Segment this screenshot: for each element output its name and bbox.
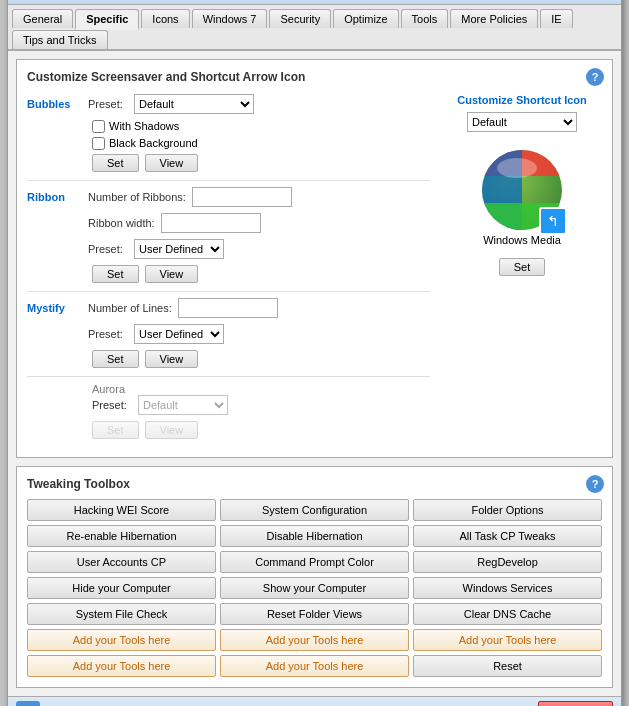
tab-security[interactable]: Security (269, 9, 331, 28)
disable-hibernation-button[interactable]: Disable Hibernation (220, 525, 409, 547)
mystify-label: Mystify (27, 302, 82, 314)
ribbon-width-row: Ribbon width: (27, 213, 430, 233)
bubbles-view-button[interactable]: View (145, 154, 199, 172)
mystify-preset-select[interactable]: User Defined (134, 324, 224, 344)
main-content: Customize Screensaver and Shortcut Arrow… (8, 51, 621, 696)
toolbox-help-icon[interactable]: ? (586, 475, 604, 493)
tab-icons[interactable]: Icons (141, 9, 189, 28)
aurora-preset-label: Preset: (92, 399, 132, 411)
toolbox-panel: Tweaking Toolbox ? Hacking WEI Score Sys… (16, 466, 613, 688)
bubbles-row: Bubbles Preset: Default (27, 94, 430, 114)
with-shadows-checkbox[interactable] (92, 120, 105, 133)
shortcut-default-row: Default (467, 112, 577, 132)
mystify-preset-row: Preset: User Defined (27, 324, 430, 344)
orb-shine (497, 158, 537, 178)
with-shadows-row: With Shadows (92, 120, 430, 133)
add-tools-1-button[interactable]: Add your Tools here (27, 629, 216, 651)
screensaver-help-icon[interactable]: ? (586, 68, 604, 86)
shortcut-preset-select[interactable]: Default (467, 112, 577, 132)
main-window: ● WinBubble ─ □ ✕ General Specific Icons… (7, 0, 622, 706)
preset-label-mystify: Preset: (88, 328, 128, 340)
apply-button[interactable]: Apply (538, 701, 613, 707)
bubbles-preset-select[interactable]: Default (134, 94, 254, 114)
screensaver-title: Customize Screensaver and Shortcut Arrow… (27, 70, 602, 84)
tab-specific[interactable]: Specific (75, 9, 139, 30)
screensaver-content: Bubbles Preset: Default With Shadows Bla… (27, 94, 602, 447)
status-left: 🪟 UnlockForUs.BlogSpot.com (16, 701, 181, 707)
windows-media-label: Windows Media (483, 234, 561, 246)
toolbox-title: Tweaking Toolbox (27, 477, 602, 491)
preset-label-ribbon: Preset: (88, 243, 128, 255)
ribbon-preset-row: Preset: User Defined (27, 239, 430, 259)
tab-windows7[interactable]: Windows 7 (192, 9, 268, 28)
ribbon-preset-select[interactable]: User Defined (134, 239, 224, 259)
tab-strip: General Specific Icons Windows 7 Securit… (8, 5, 621, 51)
black-bg-checkbox[interactable] (92, 137, 105, 150)
add-tools-5-button[interactable]: Add your Tools here (220, 655, 409, 677)
num-ribbons-label: Number of Ribbons: (88, 191, 186, 203)
clear-dns-cache-button[interactable]: Clear DNS Cache (413, 603, 602, 625)
regdevelop-button[interactable]: RegDevelop (413, 551, 602, 573)
add-tools-4-button[interactable]: Add your Tools here (27, 655, 216, 677)
bubbles-label: Bubbles (27, 98, 82, 110)
preset-label-bubbles: Preset: (88, 98, 128, 110)
system-file-check-button[interactable]: System File Check (27, 603, 216, 625)
aurora-section: Aurora (92, 383, 430, 395)
ribbon-width-label: Ribbon width: (88, 217, 155, 229)
add-tools-3-button[interactable]: Add your Tools here (413, 629, 602, 651)
hacking-wei-button[interactable]: Hacking WEI Score (27, 499, 216, 521)
user-accounts-button[interactable]: User Accounts CP (27, 551, 216, 573)
aurora-preset-select[interactable]: Default (138, 395, 228, 415)
add-tools-2-button[interactable]: Add your Tools here (220, 629, 409, 651)
system-config-button[interactable]: System Configuration (220, 499, 409, 521)
ribbon-set-button[interactable]: Set (92, 265, 139, 283)
icon-set-button[interactable]: Set (499, 258, 546, 276)
shortcut-title: Customize Shortcut Icon (457, 94, 587, 106)
aurora-btn-row: Set View (92, 421, 430, 439)
bubbles-btn-row: Set View (92, 154, 430, 172)
black-bg-label: Black Background (109, 137, 198, 149)
mystify-row: Mystify Number of Lines: (27, 298, 430, 318)
num-lines-input[interactable] (178, 298, 278, 318)
tab-optimize[interactable]: Optimize (333, 9, 398, 28)
bubbles-set-button[interactable]: Set (92, 154, 139, 172)
hide-computer-button[interactable]: Hide your Computer (27, 577, 216, 599)
reset-folder-views-button[interactable]: Reset Folder Views (220, 603, 409, 625)
aurora-set-button[interactable]: Set (92, 421, 139, 439)
status-icon: 🪟 (16, 701, 40, 707)
screensaver-panel: Customize Screensaver and Shortcut Arrow… (16, 59, 613, 458)
screensaver-right: Customize Shortcut Icon Default (442, 94, 602, 447)
ribbon-width-input[interactable] (161, 213, 261, 233)
mystify-set-button[interactable]: Set (92, 350, 139, 368)
tool-grid: Hacking WEI Score System Configuration F… (27, 499, 602, 677)
command-prompt-color-button[interactable]: Command Prompt Color (220, 551, 409, 573)
reset-button[interactable]: Reset (413, 655, 602, 677)
tab-ie[interactable]: IE (540, 9, 572, 28)
ribbon-view-button[interactable]: View (145, 265, 199, 283)
shortcut-icon-area: ↰ Windows Media (462, 138, 582, 258)
aurora-preset-row: Preset: Default (92, 395, 430, 415)
mystify-view-button[interactable]: View (145, 350, 199, 368)
tab-more-policies[interactable]: More Policies (450, 9, 538, 28)
tab-tips-tricks[interactable]: Tips and Tricks (12, 30, 108, 49)
reenable-hibernation-button[interactable]: Re-enable Hibernation (27, 525, 216, 547)
folder-options-button[interactable]: Folder Options (413, 499, 602, 521)
ribbon-label: Ribbon (27, 191, 82, 203)
status-bar: 🪟 UnlockForUs.BlogSpot.com Apply (8, 696, 621, 707)
mystify-btn-row: Set View (92, 350, 430, 368)
show-computer-button[interactable]: Show your Computer (220, 577, 409, 599)
with-shadows-label: With Shadows (109, 120, 179, 132)
windows-services-button[interactable]: Windows Services (413, 577, 602, 599)
aurora-view-button[interactable]: View (145, 421, 199, 439)
num-ribbons-input[interactable] (192, 187, 292, 207)
aurora-label: Aurora (92, 383, 125, 395)
tab-general[interactable]: General (12, 9, 73, 28)
screensaver-left: Bubbles Preset: Default With Shadows Bla… (27, 94, 430, 447)
num-lines-label: Number of Lines: (88, 302, 172, 314)
ribbon-row: Ribbon Number of Ribbons: (27, 187, 430, 207)
ribbon-btn-row: Set View (92, 265, 430, 283)
tab-tools[interactable]: Tools (401, 9, 449, 28)
all-task-cp-button[interactable]: All Task CP Tweaks (413, 525, 602, 547)
windows-orb-container: ↰ (482, 150, 562, 230)
black-bg-row: Black Background (92, 137, 430, 150)
